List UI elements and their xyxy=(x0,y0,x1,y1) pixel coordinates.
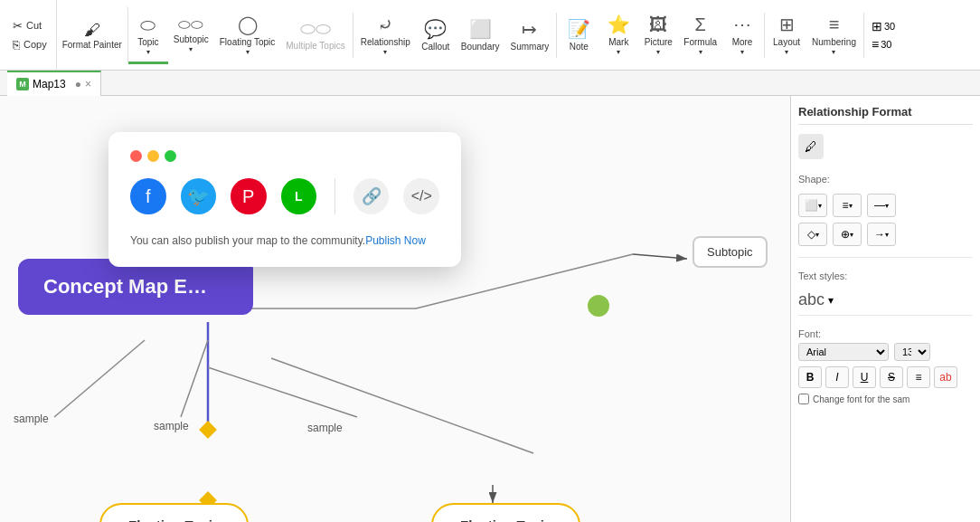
format-painter-icon: 🖌 xyxy=(84,21,100,40)
main-area: Concept Map E… sample sample sample Floa… xyxy=(0,96,980,522)
format-buttons: B I U S ≡ ab xyxy=(798,366,973,388)
copy-button[interactable]: ⎘ Copy xyxy=(9,36,51,53)
mark-button[interactable]: ⭐ Mark ▾ xyxy=(598,6,638,64)
main-node[interactable]: Concept Map E… xyxy=(18,259,253,315)
text-style-icon: abc xyxy=(798,290,825,309)
shape-btn-5[interactable]: ⊕▾ xyxy=(833,223,862,246)
floating-topic-button[interactable]: ◯ Floating Topic ▾ xyxy=(214,6,281,64)
copy-icon: ⎘ xyxy=(13,38,20,52)
floating-topic-1[interactable]: Floating Topic xyxy=(99,503,249,522)
tab-x-button[interactable]: × xyxy=(85,78,91,90)
copy-link-button[interactable]: 🔗 xyxy=(353,178,390,214)
underline-button[interactable]: U xyxy=(853,366,876,388)
callout-button[interactable]: 💬 Callout xyxy=(416,6,456,64)
tabbar: M Map13 ● × xyxy=(0,71,980,96)
multiple-topics-button[interactable]: ⬭⬭ Multiple Topics xyxy=(280,6,350,64)
panel-divider-1 xyxy=(798,257,973,258)
text-style-dropdown[interactable]: ▾ xyxy=(828,294,834,307)
svg-line-5 xyxy=(181,340,208,417)
style-icon: 🖊 xyxy=(805,139,817,154)
color-button[interactable]: ab xyxy=(934,366,957,388)
bold-button[interactable]: B xyxy=(798,366,822,388)
formula-button[interactable]: Σ Formula ▾ xyxy=(678,6,722,64)
relationship-icon: ⤾ xyxy=(378,14,393,35)
shape-btn-1[interactable]: ⬜▾ xyxy=(798,194,827,217)
boundary-button[interactable]: ⬜ Boundary xyxy=(456,6,505,64)
sample-label-2: sample xyxy=(154,420,189,432)
panel-title: Relationship Format xyxy=(798,105,973,125)
shape-btn-3[interactable]: —▾ xyxy=(867,194,896,217)
change-font-row: Change font for the sam xyxy=(798,394,973,404)
font-row: Arial 13 xyxy=(798,343,973,361)
modal-separator xyxy=(335,178,335,214)
topic-icon: ⬭ xyxy=(140,14,155,35)
embed-code-button[interactable]: </> xyxy=(403,178,439,214)
minimize-window-button[interactable] xyxy=(147,150,159,162)
shape-btn-6[interactable]: →▾ xyxy=(867,223,896,246)
size-icon-2: ≡ xyxy=(872,37,879,52)
mark-icon: ⭐ xyxy=(608,14,630,35)
numbering-button[interactable]: ≡ Numbering ▾ xyxy=(806,6,862,64)
change-font-checkbox[interactable] xyxy=(798,394,809,404)
svg-line-2 xyxy=(633,254,687,259)
pinterest-share-button[interactable]: P xyxy=(231,178,267,214)
panel-divider-2 xyxy=(798,315,973,316)
summary-icon: ↦ xyxy=(522,18,537,40)
shape-buttons-row2: ◇▾ ⊕▾ →▾ xyxy=(798,223,973,246)
italic-button[interactable]: I xyxy=(825,366,849,388)
tab-dot: M xyxy=(16,78,29,90)
line-share-button[interactable]: L xyxy=(281,178,317,214)
size-icon-1: ⊞ xyxy=(872,19,882,33)
maximize-window-button[interactable] xyxy=(165,150,176,162)
relationship-button[interactable]: ⤾ Relationship ▾ xyxy=(355,6,416,64)
floating-topic-icon: ◯ xyxy=(238,14,258,35)
shape-btn-4[interactable]: ◇▾ xyxy=(798,223,827,246)
format-painter-button[interactable]: 🖌 Format Painter xyxy=(57,6,128,64)
more-button[interactable]: ⋯ More ▾ xyxy=(722,6,762,64)
text-style-preview: abc ▾ xyxy=(798,290,973,309)
facebook-share-button[interactable]: f xyxy=(130,178,166,214)
shape-row: Shape: xyxy=(798,166,973,188)
diamond-connector-1 xyxy=(199,421,217,439)
note-button[interactable]: 📝 Note xyxy=(559,6,598,64)
canvas[interactable]: Concept Map E… sample sample sample Floa… xyxy=(0,96,790,522)
subtopic-node[interactable]: Subtopic xyxy=(693,236,768,268)
strikethrough-button[interactable]: S xyxy=(880,366,903,388)
align-button[interactable]: ≡ xyxy=(907,366,930,388)
summary-button[interactable]: ↦ Summary xyxy=(505,6,555,64)
font-label: Font: xyxy=(798,328,973,339)
subtopic-icon: ⬭⬭ xyxy=(178,16,203,33)
close-window-button[interactable] xyxy=(130,150,142,162)
font-size-select[interactable]: 13 xyxy=(894,343,930,361)
size-controls: ⊞ 30 ≡ 30 xyxy=(866,15,900,55)
style-active-icon[interactable]: 🖊 xyxy=(798,134,824,159)
publish-now-link[interactable]: Publish Now xyxy=(365,234,426,247)
numbering-icon: ≡ xyxy=(829,14,840,35)
formula-icon: Σ xyxy=(695,14,706,35)
shape-btn-2[interactable]: ≡▾ xyxy=(833,194,862,217)
svg-line-7 xyxy=(271,358,533,453)
text-styles-row: Text styles: xyxy=(798,263,973,285)
font-select[interactable]: Arial xyxy=(798,343,889,361)
cut-button[interactable]: ✂ Cut xyxy=(9,17,51,34)
svg-line-6 xyxy=(208,367,357,417)
map-tab[interactable]: M Map13 ● × xyxy=(7,71,101,96)
social-icons-row: f 🐦 P L 🔗 </> xyxy=(130,178,439,214)
picture-icon: 🖼 xyxy=(649,14,667,35)
multiple-topics-icon: ⬭⬭ xyxy=(300,18,331,39)
publish-text: You can also publish your map to the com… xyxy=(130,233,439,249)
layout-button[interactable]: ⊞ Layout ▾ xyxy=(767,6,806,64)
svg-line-4 xyxy=(54,340,145,417)
size-row-2: ≡ 30 xyxy=(872,37,895,52)
cut-icon: ✂ xyxy=(13,19,23,33)
twitter-share-button[interactable]: 🐦 xyxy=(181,178,217,214)
tab-close-button[interactable]: ● xyxy=(75,78,81,90)
shape-buttons-row: ⬜▾ ≡▾ —▾ xyxy=(798,194,973,217)
picture-button[interactable]: 🖼 Picture ▾ xyxy=(638,6,678,64)
right-panel: Relationship Format 🖊 Shape: ⬜▾ ≡▾ —▾ ◇▾… xyxy=(790,96,980,522)
topic-button[interactable]: ⬭ Topic ▾ xyxy=(128,6,168,64)
share-modal: f 🐦 P L 🔗 </> You can also publish your … xyxy=(108,132,461,267)
floating-topic-2[interactable]: Floating Topic xyxy=(431,503,580,522)
traffic-lights xyxy=(130,150,439,162)
subtopic-button[interactable]: ⬭⬭ Subtopic ▾ xyxy=(168,6,214,64)
